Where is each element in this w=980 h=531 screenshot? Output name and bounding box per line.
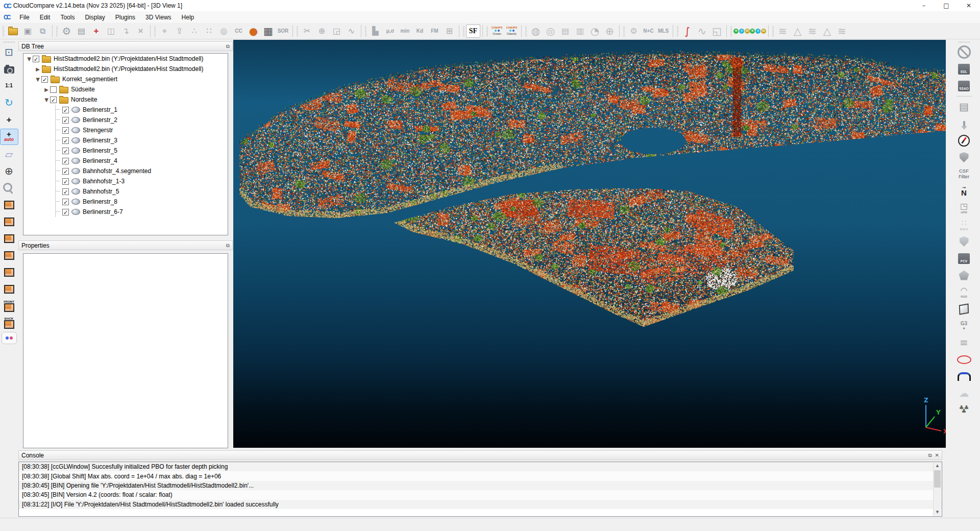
mesh-delaunay[interactable]: ◍	[528, 24, 543, 38]
maximize-button[interactable]: □	[935, 1, 958, 11]
scatter-curve[interactable]: ∿	[695, 24, 709, 38]
menu-file[interactable]: File	[14, 12, 34, 22]
sf-calculator[interactable]: ⊞	[442, 24, 457, 38]
view-right[interactable]	[1, 248, 18, 263]
sra-curve[interactable]: ∫	[680, 24, 695, 38]
tree-row-berlinerstr-2[interactable]: ✓Berlinerstr_2	[23, 115, 228, 125]
clone-entity[interactable]: ◫	[104, 24, 118, 38]
view-bottom[interactable]	[1, 214, 18, 229]
tree-row-histstadtmodell2-bin[interactable]: ▼✓HistStadtmodell2.bin (Y:/Projektdaten/…	[23, 54, 228, 64]
plane-tool[interactable]: ◱	[709, 24, 724, 38]
qfacets-2[interactable]	[955, 234, 973, 249]
apply-transformation[interactable]: +	[89, 24, 104, 38]
tree-row-strengerstr[interactable]: ✓Strengerstr	[23, 125, 228, 135]
mesh-plugin-2[interactable]: △	[790, 24, 805, 38]
visibility-checkbox[interactable]: ✓	[41, 76, 48, 83]
segment-scissors[interactable]: ✂	[300, 24, 314, 38]
menu-edit[interactable]: Edit	[35, 12, 56, 22]
normals-colors[interactable]: N+C	[641, 24, 656, 38]
pivot-visibility[interactable]: ⊕	[1, 163, 18, 179]
visibility-checkbox[interactable]: ✓	[62, 137, 69, 144]
rotate-view[interactable]: ↻	[1, 95, 18, 110]
mesh-plugin-1[interactable]: ≋	[775, 24, 790, 38]
expander-closed-icon[interactable]: ▶	[43, 87, 50, 92]
delete-entity[interactable]: ×	[133, 24, 148, 38]
masc-3d-classify[interactable]: MA3D	[733, 24, 750, 38]
sf-tools[interactable]: SF	[466, 25, 480, 38]
qellipser[interactable]	[955, 352, 973, 367]
qcsf-filter[interactable]: CSF Filter	[955, 166, 973, 182]
merge-entities[interactable]: ↴	[118, 24, 133, 38]
open-file[interactable]	[6, 24, 20, 38]
qcanopy[interactable]: ☁	[955, 385, 973, 401]
visibility-checkbox[interactable]: ✓	[62, 117, 69, 124]
fm-tool[interactable]: FM	[427, 24, 442, 38]
settings-gear[interactable]: ⚙	[59, 24, 74, 38]
visibility-checkbox[interactable]: ✓	[62, 148, 69, 154]
visibility-checkbox[interactable]: ✓	[62, 199, 69, 205]
min-distance[interactable]: min	[398, 24, 412, 38]
float-panel-icon[interactable]: ⧉	[226, 243, 230, 248]
visibility-checkbox[interactable]: ✓	[62, 168, 69, 175]
point-picking[interactable]: ⌖	[157, 24, 172, 38]
console-scrollbar[interactable]: ▲ ▼	[933, 463, 941, 516]
menu-display[interactable]: Display	[80, 12, 110, 22]
ssao-filter[interactable]: SSAO	[955, 78, 973, 93]
save-viewport[interactable]: ⧉	[35, 24, 50, 38]
qhull[interactable]	[955, 268, 973, 283]
3d-view[interactable]	[233, 40, 946, 448]
tree-row-bahnhofstr-4-segmented[interactable]: ✓Bahnhofstr_4.segmented	[23, 166, 228, 176]
plugin-puzzle[interactable]: ⚙	[626, 24, 641, 38]
show-histogram[interactable]: ▙	[368, 24, 383, 38]
tree-row-berlinerstr-1[interactable]: ✓Berlinerstr_1	[23, 105, 228, 115]
menu-tools[interactable]: Tools	[55, 12, 80, 22]
tree-row-berlinerstr-8[interactable]: ✓Berlinerstr_8	[23, 197, 228, 207]
qvoxfall[interactable]	[955, 301, 973, 317]
scroll-thumb[interactable]	[934, 470, 941, 488]
menu-3d-views[interactable]: 3D Views	[140, 12, 176, 22]
menu-help[interactable]: Help	[177, 12, 200, 22]
view-top[interactable]	[1, 197, 18, 212]
visibility-checkbox[interactable]: ✓	[62, 178, 69, 185]
view-iso-front[interactable]: FRONT	[1, 298, 18, 313]
mls-smoothing[interactable]: MLS	[656, 24, 671, 38]
canupo-classify[interactable]: CANUPOClassify	[504, 24, 519, 38]
export-psv[interactable]: ▥	[573, 24, 587, 38]
tree-row-nordseite[interactable]: ▼✓Nordseite	[23, 94, 228, 105]
scroll-down-icon[interactable]: ▼	[936, 509, 939, 516]
qtreeiso[interactable]: ♣♣♣	[955, 402, 973, 418]
display-options[interactable]: ⊡	[1, 44, 18, 60]
filter-disable[interactable]	[955, 44, 973, 60]
translate-rotate[interactable]: ⊕	[314, 24, 329, 38]
pick-rotation-center[interactable]: +	[1, 112, 18, 127]
qcompass[interactable]	[955, 133, 973, 148]
edl-filter[interactable]: EDL	[955, 61, 973, 77]
tree-row-bahnhofstr-1-3[interactable]: ✓Bahnhofstr_1-3	[23, 176, 228, 186]
fit-statistics[interactable]: μ,σ	[383, 24, 398, 38]
point-cloud-canvas[interactable]	[233, 40, 946, 448]
visibility-checkbox[interactable]: ✓	[62, 107, 69, 113]
visibility-checkbox[interactable]: ✓	[62, 127, 69, 134]
visibility-checkbox[interactable]: ✓	[33, 56, 39, 62]
tree-row-s-dseite[interactable]: ▶Südseite	[23, 84, 228, 94]
scroll-up-icon[interactable]: ▲	[936, 463, 939, 469]
close-button[interactable]: ✕	[958, 1, 980, 11]
visibility-checkbox[interactable]: ✓	[62, 188, 69, 195]
tree-row-bahnhofstr-5[interactable]: ✓Bahnhofstr_5	[23, 186, 228, 197]
qbroom[interactable]	[955, 116, 973, 131]
auto-pick-rotation-center[interactable]: +auto	[0, 129, 18, 145]
stereo-mode[interactable]	[2, 332, 17, 344]
compute-normals[interactable]: ⇪	[172, 24, 187, 38]
qmasonry[interactable]	[955, 369, 973, 384]
kd-tree[interactable]: Kd	[412, 24, 427, 38]
expander-open-icon[interactable]: ▼	[26, 56, 33, 62]
view-left[interactable]	[1, 231, 18, 246]
zoom-and-center[interactable]	[1, 180, 18, 196]
qcloudlayers[interactable]: ≡	[955, 335, 973, 350]
expander-open-icon[interactable]: ▼	[43, 97, 50, 103]
visibility-checkbox[interactable]: ✓	[62, 209, 69, 215]
canupo-create[interactable]: CANUPOCreate	[489, 24, 504, 38]
qfacets[interactable]	[955, 150, 973, 165]
screenshot[interactable]	[1, 61, 18, 77]
mesh-sphere[interactable]: ◎	[543, 24, 558, 38]
